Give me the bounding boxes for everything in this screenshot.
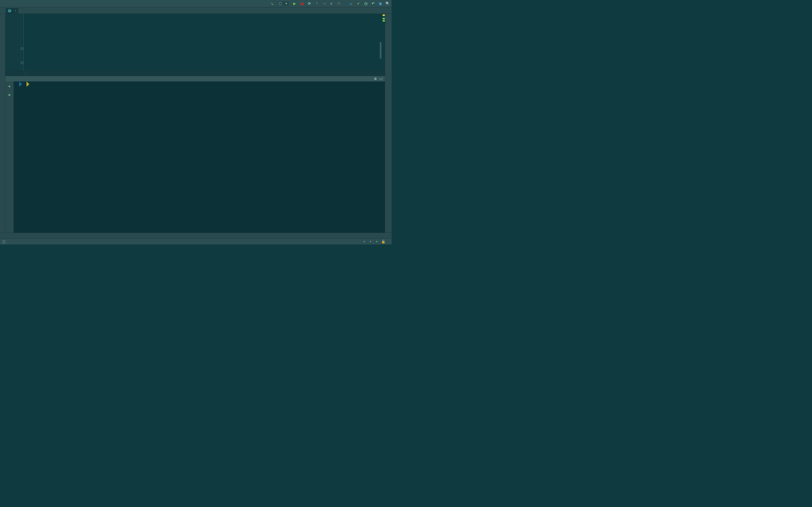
readonly-lock-icon[interactable]: 🔓 (381, 240, 386, 244)
ok-marker-icon (383, 20, 385, 22)
ok-marker-icon (383, 18, 385, 19)
gear-icon[interactable]: ⚙ (374, 77, 377, 81)
new-session-icon[interactable]: ＋ (7, 83, 11, 89)
editor-tabs: × (0, 7, 392, 14)
git-update-icon[interactable]: ↙ (349, 1, 353, 6)
class-icon (8, 9, 11, 12)
terminal[interactable] (14, 81, 385, 233)
run-configuration-selector[interactable]: ▼ (277, 1, 290, 6)
line-number-gutter (5, 14, 20, 70)
code-area[interactable] (24, 14, 385, 70)
git-push-icon[interactable]: ▣ (378, 1, 383, 6)
profile-button[interactable]: ⤒ (314, 1, 319, 6)
attach-button[interactable]: ⇥ (322, 1, 326, 6)
top-toolbar: ↘ ▼ ▶ 🐞 ⟳ ⤒ ⇥ ■ ⟲ ↙ ✔ ◷ ↶ ▣ 🔍 (0, 0, 392, 7)
left-tool-strip (0, 14, 5, 233)
stop-button[interactable]: ■ (329, 1, 334, 6)
terminal-side-toolbar: ＋ × (5, 81, 14, 233)
status-bar: ▢ ♦ ♦ ♦ 🔓 (0, 238, 392, 244)
right-tool-strip (385, 14, 392, 233)
run-toolbar: ↘ ▼ ▶ 🐞 ⟳ ⤒ ⇥ ■ ⟲ ↙ ✔ ◷ ↶ ▣ 🔍 (269, 1, 390, 6)
warning-marker-icon[interactable] (383, 14, 385, 16)
line-separator[interactable]: ♦ (363, 240, 365, 243)
git-history-icon[interactable]: ◷ (363, 1, 368, 6)
git-revert-icon[interactable]: ↶ (371, 1, 375, 6)
minimize-icon[interactable]: — (379, 77, 383, 81)
debug-button[interactable]: 🐞 (300, 1, 304, 6)
chevron-right-icon: 〉 (24, 71, 28, 75)
update-button[interactable]: ⟲ (336, 1, 341, 6)
close-tab-icon[interactable]: × (15, 9, 16, 12)
git-branch-status[interactable]: ♦ (375, 240, 377, 243)
code-editor[interactable] (5, 14, 385, 70)
build-icon[interactable]: ↘ (269, 1, 274, 6)
close-session-icon[interactable]: × (8, 93, 11, 97)
search-icon[interactable]: 🔍 (386, 1, 390, 6)
fold-marker-icon[interactable] (21, 62, 23, 64)
editor-scrollbar[interactable] (380, 42, 382, 59)
fold-marker-icon[interactable] (21, 48, 23, 50)
tool-windows-icon[interactable]: ▢ (2, 240, 5, 244)
terminal-tool-window-header[interactable]: ⚙ — (5, 76, 385, 81)
run-button[interactable]: ▶ (292, 1, 297, 6)
editor-breadcrumb[interactable]: 〉 (5, 70, 385, 76)
bottom-tool-bar (0, 233, 392, 238)
file-encoding[interactable]: ♦ (369, 240, 371, 243)
editor-tab-fileutils[interactable]: × (6, 8, 18, 14)
fold-gutter[interactable] (20, 14, 23, 70)
git-commit-icon[interactable]: ✔ (356, 1, 361, 6)
error-stripe[interactable] (382, 14, 385, 70)
coverage-button[interactable]: ⟳ (307, 1, 312, 6)
